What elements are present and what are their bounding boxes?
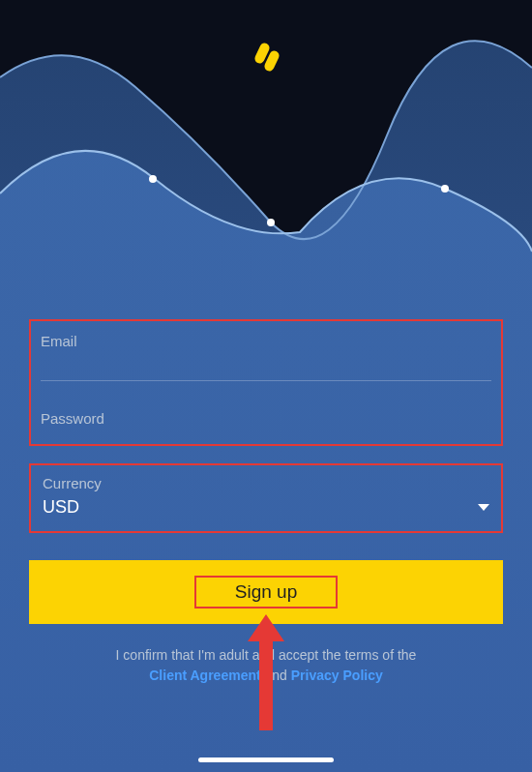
signup-button-label: Sign up: [194, 576, 338, 609]
password-label: Password: [41, 410, 491, 427]
svg-point-2: [441, 185, 449, 193]
password-field-wrapper: Password: [41, 410, 491, 427]
annotation-arrow-icon: [244, 614, 288, 734]
home-indicator: [198, 757, 334, 762]
privacy-policy-link[interactable]: Privacy Policy: [291, 668, 383, 683]
svg-point-1: [267, 219, 275, 226]
currency-label: Currency: [43, 475, 489, 491]
chevron-down-icon: [478, 504, 489, 511]
email-input[interactable]: [41, 355, 491, 381]
email-field-wrapper: Email: [41, 333, 491, 381]
email-label: Email: [41, 333, 491, 349]
svg-point-0: [149, 175, 157, 183]
currency-value: USD: [43, 497, 79, 518]
currency-select[interactable]: Currency USD: [29, 463, 503, 533]
credentials-group: Email Password: [29, 319, 503, 446]
app-logo-icon: [245, 37, 287, 83]
currency-value-row: USD: [43, 497, 489, 518]
